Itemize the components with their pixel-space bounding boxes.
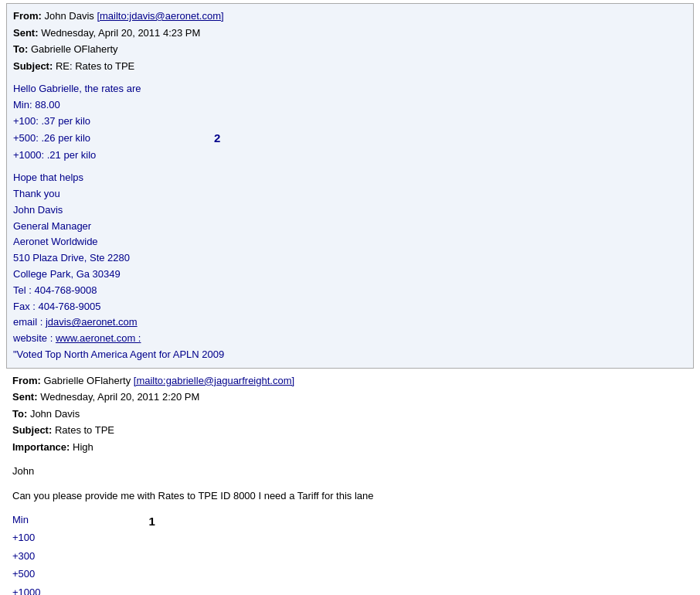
reply-marker: 2 <box>214 129 220 148</box>
orig-from-label: From: <box>12 375 41 386</box>
orig-greeting: John <box>12 462 688 480</box>
to-label: To: <box>13 43 28 55</box>
reply-subject-line: Subject: RE: Rates to TPE <box>13 59 687 74</box>
sig-award: "Voted Top North America Agent for APLN … <box>13 347 687 363</box>
sig-address: 510 Plaza Drive, Ste 2280 <box>13 250 687 267</box>
sig-fax: Fax : 404-768-9005 <box>13 299 687 315</box>
rate1-line: +100: .37 per kilo <box>13 114 687 130</box>
orig-subject-label: Subject: <box>12 424 52 436</box>
orig-to-line: To: John Davis <box>12 406 688 422</box>
orig-p500: +500 <box>12 565 41 583</box>
orig-p1000: +1000 <box>12 583 41 595</box>
rate2-line: +500: .26 per kilo 2 <box>13 129 687 148</box>
orig-to-value: John Davis <box>30 408 80 420</box>
sig-title: General Manager <box>13 219 687 235</box>
reply-body: Hello Gabrielle, the rates are Min: 88.0… <box>13 81 687 363</box>
reply-email-block: From: John Davis [mailto:jdavis@aeronet.… <box>6 3 694 369</box>
orig-from-name: Gabrielle OFlaherty <box>43 375 131 386</box>
reply-to-line: To: Gabrielle OFlaherty <box>13 42 687 57</box>
sig-city: College Park, Ga 30349 <box>13 267 687 283</box>
orig-importance-label: Importance: <box>12 441 70 453</box>
orig-p300: +300 <box>12 547 41 565</box>
orig-rates-list: Min +100 +300 +500 +1000 <box>12 511 41 595</box>
original-body: John Can you please provide me with Rate… <box>12 462 688 595</box>
orig-from-line: From: Gabrielle OFlaherty [mailto:gabrie… <box>12 373 688 389</box>
from-label: From: <box>13 10 42 22</box>
reply-sent-line: Sent: Wednesday, April 20, 2011 4:23 PM <box>13 26 687 41</box>
original-email-block: From: Gabrielle OFlaherty [mailto:gabrie… <box>6 369 694 595</box>
reply-to-value: Gabrielle OFlaherty <box>31 43 118 55</box>
sent-label: Sent: <box>13 27 39 39</box>
reply-subject-value: RE: Rates to TPE <box>56 60 134 72</box>
sig-tel: Tel : 404-768-9008 <box>13 283 687 299</box>
sig-email-line: email : jdavis@aeronet.com <box>13 314 687 331</box>
sig-website-link[interactable]: www.aeronet.com : <box>56 332 141 344</box>
orig-min: Min <box>12 511 41 529</box>
rate2: +500: .26 per kilo <box>13 131 90 147</box>
reply-sent-value: Wednesday, April 20, 2011 4:23 PM <box>41 27 200 39</box>
sig-name: John Davis <box>13 202 687 219</box>
hope-text: Hope that helps <box>13 172 83 183</box>
orig-to-label: To: <box>12 408 27 420</box>
orig-rates-block: Min +100 +300 +500 +1000 1 <box>12 511 688 595</box>
hope-line: Hope that helps <box>13 170 687 186</box>
sig-website-line: website : www.aeronet.com : <box>13 331 687 347</box>
orig-sent-line: Sent: Wednesday, April 20, 2011 2:20 PM <box>12 389 688 405</box>
orig-sent-value: Wednesday, April 20, 2011 2:20 PM <box>40 391 199 403</box>
orig-from-email[interactable]: [mailto:gabrielle@jaguarfreight.com] <box>134 375 294 386</box>
subject-label: Subject: <box>13 60 53 72</box>
rate1: +100: .37 per kilo <box>13 114 90 130</box>
thank-you: Thank you <box>13 186 687 202</box>
orig-importance-line: Importance: High <box>12 440 688 455</box>
orig-subject-line: Subject: Rates to TPE <box>12 423 688 438</box>
reply-signature: John Davis General Manager Aeronet World… <box>13 202 687 363</box>
orig-marker: 1 <box>149 511 155 532</box>
rate3: +1000: .21 per kilo <box>13 148 687 164</box>
orig-importance-value: High <box>73 441 93 453</box>
sig-email-link[interactable]: jdavis@aeronet.com <box>46 316 138 328</box>
orig-p100: +100 <box>12 529 41 546</box>
sig-email-label: email : <box>13 316 46 328</box>
reply-greeting: Hello Gabrielle, the rates are <box>13 81 687 97</box>
orig-subject-value: Rates to TPE <box>55 424 114 436</box>
sig-company: Aeronet Worldwide <box>13 234 687 250</box>
reply-from-email[interactable]: [mailto:jdavis@aeronet.com] <box>97 10 223 22</box>
orig-sent-label: Sent: <box>12 391 38 403</box>
sig-website-label: website : <box>13 332 56 344</box>
reply-from-name: John Davis <box>44 10 93 22</box>
reply-from-line: From: John Davis [mailto:jdavis@aeronet.… <box>13 8 687 24</box>
rates-block: Min: 88.00 +100: .37 per kilo +500: .26 … <box>13 97 687 164</box>
orig-body1: Can you please provide me with Rates to … <box>12 487 688 505</box>
email-container: From: John Davis [mailto:jdavis@aeronet.… <box>0 0 700 595</box>
min-rate: Min: 88.00 <box>13 97 687 114</box>
